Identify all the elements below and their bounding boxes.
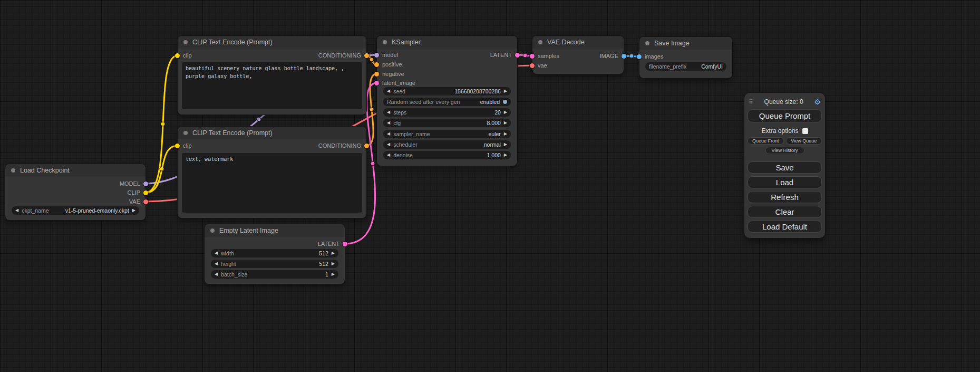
output-slot-latent[interactable]: LATENT <box>318 240 347 248</box>
input-slot-clip[interactable]: clip <box>175 51 192 60</box>
output-slot-conditioning[interactable]: CONDITIONING <box>318 141 369 150</box>
input-port-samples[interactable] <box>530 54 535 59</box>
increment-arrow-icon[interactable]: ▶ <box>132 208 135 213</box>
increment-arrow-icon[interactable]: ▶ <box>332 272 335 276</box>
collapse-dot-icon[interactable] <box>11 168 16 173</box>
collapse-dot-icon[interactable] <box>382 40 387 45</box>
decrement-arrow-icon[interactable]: ◀ <box>215 272 218 276</box>
widget-steps[interactable]: ◀ steps 20 ▶ <box>383 108 511 117</box>
collapse-dot-icon[interactable] <box>210 228 215 233</box>
increment-arrow-icon[interactable]: ▶ <box>504 121 507 125</box>
input-port-positive[interactable] <box>374 62 379 67</box>
view-queue-button[interactable]: View Queue <box>786 137 822 145</box>
collapse-dot-icon[interactable] <box>538 40 543 45</box>
input-slot-model[interactable]: model <box>374 51 398 59</box>
menu-drag-handle-icon[interactable]: ⠿ <box>749 98 753 106</box>
widget-width[interactable]: ◀ width 512 ▶ <box>211 249 338 257</box>
input-port-latent-image[interactable] <box>374 81 379 85</box>
widget-batch-size[interactable]: ◀ batch_size 1 ▶ <box>211 270 338 279</box>
increment-arrow-icon[interactable]: ▶ <box>504 110 507 115</box>
input-slot-negative[interactable]: negative <box>374 70 404 78</box>
decrement-arrow-icon[interactable]: ◀ <box>387 89 390 93</box>
increment-arrow-icon[interactable]: ▶ <box>504 132 507 136</box>
node-save-image[interactable]: Save Image images filename_prefix ComfyU… <box>639 37 732 78</box>
input-port-clip[interactable] <box>175 53 180 58</box>
graph-canvas[interactable]: Load Checkpoint MODEL CLIP VAE ◀ ckpt_na… <box>0 0 980 372</box>
input-port-clip[interactable] <box>175 144 180 148</box>
output-slot-latent[interactable]: LATENT <box>490 51 520 59</box>
output-port-model[interactable] <box>143 182 148 186</box>
widget-scheduler[interactable]: ◀ scheduler normal ▶ <box>383 140 511 149</box>
output-slot-model[interactable]: MODEL <box>120 179 148 188</box>
input-slot-latent-image[interactable]: latent_image <box>374 79 415 87</box>
prompt-textarea[interactable]: beautiful scenery nature glass bottle la… <box>182 62 362 109</box>
increment-arrow-icon[interactable]: ▶ <box>332 251 335 255</box>
output-port-image[interactable] <box>622 54 626 59</box>
widget-height[interactable]: ◀ height 512 ▶ <box>211 260 338 268</box>
output-port-clip[interactable] <box>143 190 148 195</box>
node-title-bar[interactable]: KSampler <box>377 36 517 49</box>
output-slot-clip[interactable]: CLIP <box>128 188 148 197</box>
collapse-dot-icon[interactable] <box>645 41 650 46</box>
decrement-arrow-icon[interactable]: ◀ <box>387 110 390 115</box>
node-title-bar[interactable]: CLIP Text Encode (Prompt) <box>178 127 366 139</box>
node-title-bar[interactable]: VAE Decode <box>532 36 624 49</box>
input-port-vae[interactable] <box>530 63 535 68</box>
node-vae-decode[interactable]: VAE Decode samples vae IMAGE <box>532 36 624 74</box>
widget-seed[interactable]: ◀ seed 156680208700286 ▶ <box>383 87 511 96</box>
output-slot-image[interactable]: IMAGE <box>600 52 626 60</box>
decrement-arrow-icon[interactable]: ◀ <box>387 153 390 157</box>
input-port-model[interactable] <box>374 53 379 58</box>
input-port-negative[interactable] <box>374 72 379 77</box>
output-port-conditioning[interactable] <box>364 53 369 58</box>
decrement-arrow-icon[interactable]: ◀ <box>215 251 218 255</box>
output-slot-vae[interactable]: VAE <box>129 197 148 206</box>
view-history-button[interactable]: View History <box>765 147 804 154</box>
input-slot-clip[interactable]: clip <box>175 141 192 150</box>
node-ksampler[interactable]: KSampler model positive negative latent_… <box>377 36 517 166</box>
increment-arrow-icon[interactable]: ▶ <box>504 153 507 157</box>
prompt-textarea[interactable]: text, watermark <box>182 153 362 213</box>
increment-arrow-icon[interactable]: ▶ <box>332 262 335 266</box>
output-port-vae[interactable] <box>143 199 148 204</box>
decrement-arrow-icon[interactable]: ◀ <box>387 142 390 147</box>
input-slot-positive[interactable]: positive <box>374 60 402 69</box>
widget-random-seed-toggle[interactable]: Random seed after every gen enabled <box>383 98 511 106</box>
node-load-checkpoint[interactable]: Load Checkpoint MODEL CLIP VAE ◀ ckpt_na… <box>5 164 145 220</box>
decrement-arrow-icon[interactable]: ◀ <box>15 208 18 213</box>
widget-denoise[interactable]: ◀ denoise 1.000 ▶ <box>383 151 511 159</box>
clear-button[interactable]: Clear <box>748 206 822 218</box>
output-port-latent[interactable] <box>343 242 347 246</box>
widget-sampler-name[interactable]: ◀ sampler_name euler ▶ <box>383 130 511 138</box>
extra-options-checkbox[interactable] <box>802 128 808 134</box>
queue-prompt-button[interactable]: Queue Prompt <box>748 109 822 122</box>
input-port-images[interactable] <box>637 54 642 59</box>
output-port-latent[interactable] <box>515 53 520 58</box>
toggle-pip-icon[interactable] <box>503 100 507 104</box>
node-clip-text-encode-positive[interactable]: CLIP Text Encode (Prompt) clip CONDITION… <box>178 36 366 115</box>
input-slot-vae[interactable]: vae <box>530 61 547 70</box>
node-title-bar[interactable]: CLIP Text Encode (Prompt) <box>178 36 366 49</box>
collapse-dot-icon[interactable] <box>183 130 188 136</box>
decrement-arrow-icon[interactable]: ◀ <box>387 132 390 136</box>
increment-arrow-icon[interactable]: ▶ <box>504 142 507 147</box>
input-slot-samples[interactable]: samples <box>530 52 559 60</box>
widget-ckpt-name[interactable]: ◀ ckpt_name v1-5-pruned-emaonly.ckpt ▶ <box>12 206 139 215</box>
widget-filename-prefix[interactable]: filename_prefix ComfyUI <box>645 62 726 71</box>
node-clip-text-encode-negative[interactable]: CLIP Text Encode (Prompt) clip CONDITION… <box>178 127 366 218</box>
load-button[interactable]: Load <box>748 176 822 188</box>
widget-cfg[interactable]: ◀ cfg 8.000 ▶ <box>383 119 511 127</box>
decrement-arrow-icon[interactable]: ◀ <box>215 262 218 266</box>
save-button[interactable]: Save <box>748 161 822 174</box>
input-slot-images[interactable]: images <box>637 52 663 61</box>
increment-arrow-icon[interactable]: ▶ <box>504 89 507 93</box>
node-title-bar[interactable]: Empty Latent Image <box>205 224 345 237</box>
queue-front-button[interactable]: Queue Front <box>748 137 784 145</box>
queue-menu-panel[interactable]: ⠿ Queue size: 0 ⚙ Queue Prompt Extra opt… <box>744 93 825 238</box>
output-slot-conditioning[interactable]: CONDITIONING <box>318 51 369 60</box>
node-title-bar[interactable]: Load Checkpoint <box>5 164 145 177</box>
load-default-button[interactable]: Load Default <box>748 221 822 233</box>
node-empty-latent-image[interactable]: Empty Latent Image LATENT ◀ width 512 ▶ … <box>205 224 345 284</box>
decrement-arrow-icon[interactable]: ◀ <box>387 121 390 125</box>
settings-gear-icon[interactable]: ⚙ <box>814 98 821 106</box>
